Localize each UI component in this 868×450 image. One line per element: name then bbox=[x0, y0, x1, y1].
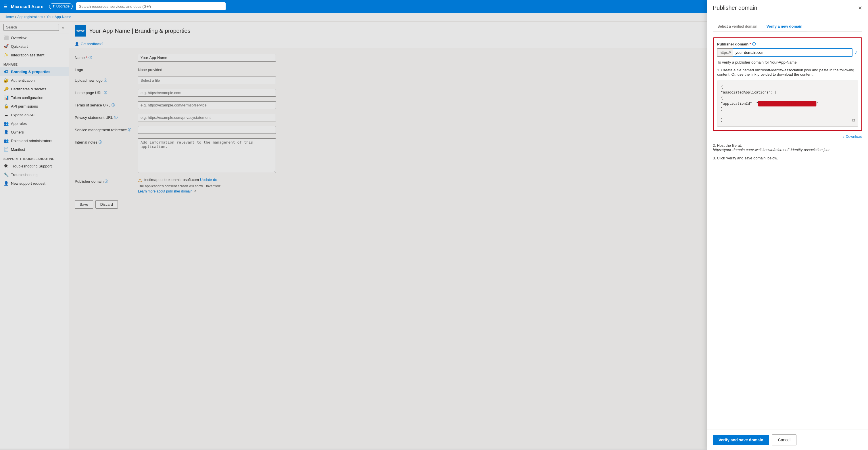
tab-bar: Select a verified domain Verify a new do… bbox=[713, 22, 862, 32]
copy-icon[interactable]: ⧉ bbox=[852, 117, 855, 124]
step-2: 2. Host the file at: https://your-domain… bbox=[713, 143, 862, 152]
code-block: { "associatedApplications": [ { "applica… bbox=[717, 81, 858, 126]
download-link[interactable]: ↓ Download bbox=[713, 134, 862, 139]
pd-input-row: https:// ✓ bbox=[717, 48, 858, 57]
step-3: 3. Click 'Verify and save domain' below. bbox=[713, 156, 862, 160]
pd-field-label: Publisher domain * ⓘ bbox=[717, 42, 858, 47]
code-line-1: { bbox=[721, 84, 854, 90]
code-line-7: } bbox=[721, 117, 854, 123]
pd-domain-input[interactable] bbox=[733, 48, 852, 57]
panel-body: Select a verified domain Verify a new do… bbox=[707, 16, 868, 429]
brand-logo: Microsoft Azure bbox=[11, 4, 43, 9]
tab-select-verified[interactable]: Select a verified domain bbox=[713, 22, 762, 31]
verify-description: To verify a publisher domain for Your-Ap… bbox=[717, 60, 858, 64]
pd-required-marker: * bbox=[750, 42, 751, 46]
tab-verify-new[interactable]: Verify a new domain bbox=[762, 22, 807, 31]
code-line-2: "associatedApplications": [ bbox=[721, 90, 854, 95]
pd-field-info-icon[interactable]: ⓘ bbox=[752, 42, 755, 47]
verify-save-button[interactable]: Verify and save domain bbox=[713, 435, 769, 445]
upgrade-button[interactable]: ⬆ Upgrade bbox=[49, 3, 73, 9]
hamburger-icon[interactable]: ☰ bbox=[3, 4, 7, 9]
code-line-4: "applicationId": "██████████████████████… bbox=[721, 101, 854, 107]
upgrade-icon: ⬆ bbox=[52, 4, 55, 8]
panel-footer: Verify and save domain Cancel bbox=[707, 429, 868, 449]
panel-title: Publisher domain bbox=[713, 5, 757, 11]
global-search-input[interactable] bbox=[76, 2, 226, 10]
code-line-6: ] bbox=[721, 112, 854, 117]
step-1: 1. Create a file named microsoft-identit… bbox=[717, 68, 858, 77]
pd-form: Publisher domain * ⓘ https:// ✓ To verif… bbox=[715, 39, 860, 129]
pd-checkmark-icon: ✓ bbox=[854, 50, 858, 55]
code-line-3: { bbox=[721, 95, 854, 101]
cancel-button[interactable]: Cancel bbox=[772, 434, 797, 445]
panel-close-button[interactable]: ✕ bbox=[858, 5, 862, 11]
panel-header: Publisher domain ✕ bbox=[707, 0, 868, 16]
code-line-5: } bbox=[721, 107, 854, 112]
redacted-app-id: ████████████████████████████ bbox=[758, 101, 816, 107]
dim-overlay bbox=[0, 13, 707, 449]
highlight-box: Publisher domain * ⓘ https:// ✓ To verif… bbox=[713, 37, 862, 131]
publisher-domain-panel: Publisher domain ✕ Select a verified dom… bbox=[707, 0, 868, 449]
pd-prefix: https:// bbox=[717, 48, 733, 57]
